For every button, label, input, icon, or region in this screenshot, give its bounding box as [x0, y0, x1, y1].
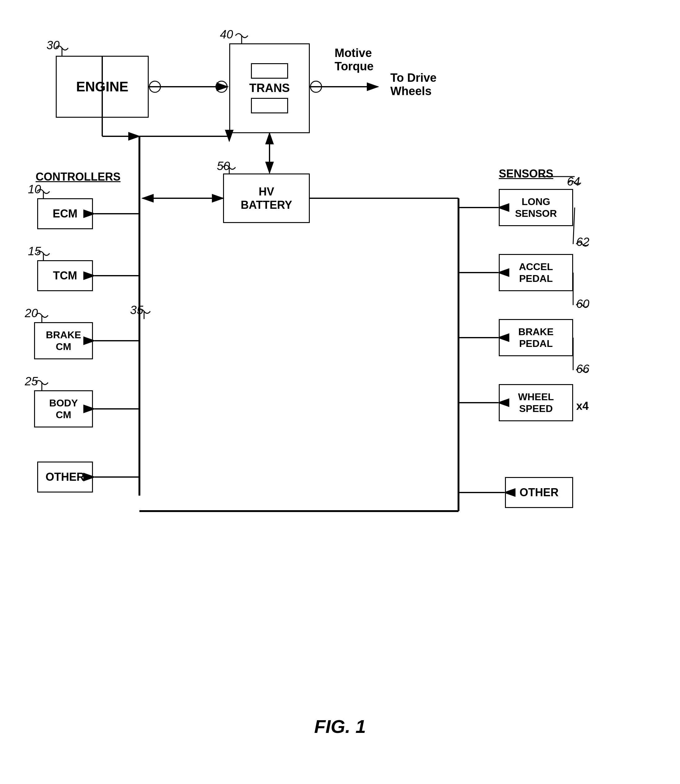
ref-10: 10	[28, 183, 41, 196]
ref-60: 60	[576, 298, 589, 311]
other-left-box: OTHER	[37, 461, 93, 493]
wheelspeed-box: WHEEL SPEED	[499, 384, 573, 421]
ref-25: 25	[25, 375, 38, 388]
svg-line-39	[573, 208, 575, 244]
other-right-label: OTHER	[519, 486, 559, 499]
hvbatt-box: HV BATTERY	[223, 173, 310, 223]
to-drive-wheels-label: To DriveWheels	[390, 71, 436, 98]
ecm-label: ECM	[53, 207, 77, 220]
ref-35: 35	[130, 304, 143, 317]
ref-15: 15	[28, 245, 41, 258]
longsensor-label: LONG SENSOR	[515, 196, 557, 220]
x4-label: x4	[576, 400, 589, 412]
controllers-label: CONTROLLERS	[36, 170, 121, 183]
trans-label: TRANS	[249, 81, 290, 95]
hvbatt-label: HV BATTERY	[241, 185, 292, 212]
ref-64: 64	[567, 175, 580, 188]
brakecm-label: BRAKE CM	[46, 329, 81, 353]
engine-box: ENGINE	[56, 56, 149, 118]
ref-62: 62	[576, 235, 589, 249]
ref-50: 50	[217, 159, 230, 173]
brakepedal-label: BRAKE PEDAL	[518, 326, 554, 350]
figure-label: FIG. 1	[314, 716, 366, 737]
accelpedal-label: ACCEL PEDAL	[519, 261, 553, 285]
wheelspeed-label: WHEEL SPEED	[518, 391, 554, 415]
bodycm-label: BODY CM	[49, 397, 78, 421]
trans-box: TRANS	[229, 43, 310, 133]
engine-label: ENGINE	[76, 79, 129, 95]
tcm-box: TCM	[37, 260, 93, 291]
ref-40: 40	[220, 28, 233, 41]
tcm-label: TCM	[53, 269, 77, 282]
other-left-label: OTHER	[46, 470, 85, 483]
trans-inner-bottom	[251, 98, 288, 113]
svg-point-9	[310, 81, 321, 92]
ref-20: 20	[25, 307, 38, 320]
sensors-label: SENSORS	[499, 167, 553, 180]
ecm-box: ECM	[37, 198, 93, 229]
brakecm-box: BRAKE CM	[34, 322, 93, 359]
longsensor-box: LONG SENSOR	[499, 189, 573, 226]
svg-point-6	[150, 81, 161, 92]
svg-point-7	[216, 81, 227, 92]
ref-66: 66	[576, 362, 589, 376]
brakepedal-box: BRAKE PEDAL	[499, 319, 573, 356]
motive-torque-label: MotiveTorque	[335, 46, 374, 73]
other-right-box: OTHER	[505, 477, 573, 508]
diagram: ENGINE TRANS HV BATTERY ECM TCM BRAKE CM…	[19, 19, 661, 762]
bodycm-box: BODY CM	[34, 390, 93, 427]
accelpedal-box: ACCEL PEDAL	[499, 254, 573, 291]
trans-inner-top	[251, 63, 288, 79]
ref-30: 30	[46, 39, 60, 52]
